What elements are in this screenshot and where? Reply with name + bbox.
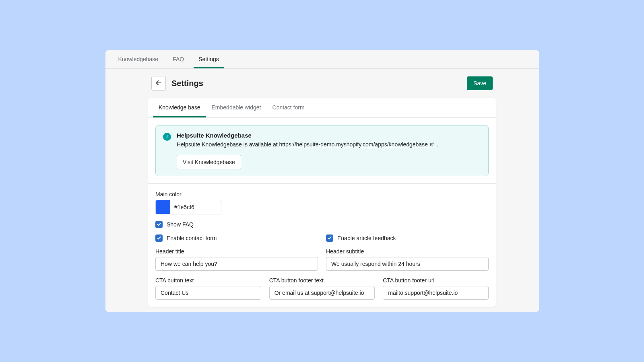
cta-footer-url-input[interactable] <box>383 286 489 300</box>
enable-feedback-checkbox[interactable] <box>326 234 333 242</box>
cta-footer-url-label: CTA button footer url <box>383 277 489 284</box>
tab-knowledgebase[interactable]: Knowledgebase <box>114 50 163 68</box>
arrow-left-icon <box>155 79 162 88</box>
banner-container: i Helpsuite Knowledgebase Helpsuite Know… <box>148 118 496 184</box>
enable-contact-checkbox[interactable] <box>155 234 163 242</box>
subtab-embeddable-widget[interactable]: Embeddable widget <box>206 98 267 117</box>
main-color-field: Main color <box>155 191 489 214</box>
show-faq-label: Show FAQ <box>167 221 194 228</box>
color-picker[interactable] <box>155 200 221 214</box>
app-window: Knowledgebase FAQ Settings Settings Save… <box>105 50 539 312</box>
settings-form: Main color Show FAQ Enable contact form <box>148 184 496 307</box>
cta-text-input[interactable] <box>155 286 261 300</box>
banner-body: Helpsuite Knowledgebase Helpsuite Knowle… <box>177 132 481 169</box>
back-button[interactable] <box>151 76 166 90</box>
show-faq-checkbox[interactable] <box>155 221 163 228</box>
cta-footer-text-field: CTA button footer text <box>269 277 375 300</box>
knowledgebase-link[interactable]: https://helpsuite-demo.myshopify.com/app… <box>279 141 428 148</box>
color-swatch[interactable] <box>156 200 170 214</box>
cta-text-label: CTA button text <box>155 277 261 284</box>
info-icon: i <box>163 133 171 141</box>
main-color-label: Main color <box>155 191 489 197</box>
enable-contact-row: Enable contact form <box>155 234 318 242</box>
banner-title: Helpsuite Knowledgebase <box>177 132 481 139</box>
cta-text-field: CTA button text <box>155 277 261 300</box>
settings-card: Knowledge base Embeddable widget Contact… <box>148 98 496 307</box>
enable-feedback-label: Enable article feedback <box>337 235 396 241</box>
header-title-field: Header title <box>155 248 318 271</box>
visit-knowledgebase-button[interactable]: Visit Knowledgebase <box>177 155 241 169</box>
page-header: Settings Save <box>148 69 496 98</box>
cta-footer-text-input[interactable] <box>269 286 375 300</box>
enable-feedback-row: Enable article feedback <box>326 234 489 242</box>
header-title-label: Header title <box>155 248 318 255</box>
settings-subtabs: Knowledge base Embeddable widget Contact… <box>148 98 496 118</box>
header-title-input[interactable] <box>155 257 318 271</box>
cta-footer-url-field: CTA button footer url <box>383 277 489 300</box>
check-icon <box>157 236 161 241</box>
check-icon <box>157 222 161 227</box>
tab-settings[interactable]: Settings <box>194 50 224 68</box>
subtab-knowledge-base[interactable]: Knowledge base <box>153 98 206 117</box>
header-subtitle-label: Header subtitle <box>326 248 489 255</box>
external-link-icon <box>429 141 434 149</box>
tab-faq[interactable]: FAQ <box>168 50 189 68</box>
banner-text: Helpsuite Knowledgebase is available at … <box>177 140 481 149</box>
show-faq-row: Show FAQ <box>155 221 489 228</box>
header-subtitle-input[interactable] <box>326 257 489 271</box>
subtab-contact-form[interactable]: Contact form <box>267 98 310 117</box>
header-subtitle-field: Header subtitle <box>326 248 489 271</box>
page-title: Settings <box>171 79 467 88</box>
enable-contact-label: Enable contact form <box>167 235 217 241</box>
banner-suffix: . <box>435 141 438 148</box>
main-color-input[interactable] <box>170 200 221 214</box>
cta-footer-text-label: CTA button footer text <box>269 277 375 284</box>
check-icon <box>327 236 332 241</box>
info-banner: i Helpsuite Knowledgebase Helpsuite Know… <box>155 125 489 176</box>
save-button[interactable]: Save <box>467 76 493 90</box>
top-tabs: Knowledgebase FAQ Settings <box>105 50 539 69</box>
banner-prefix: Helpsuite Knowledgebase is available at <box>177 141 279 148</box>
